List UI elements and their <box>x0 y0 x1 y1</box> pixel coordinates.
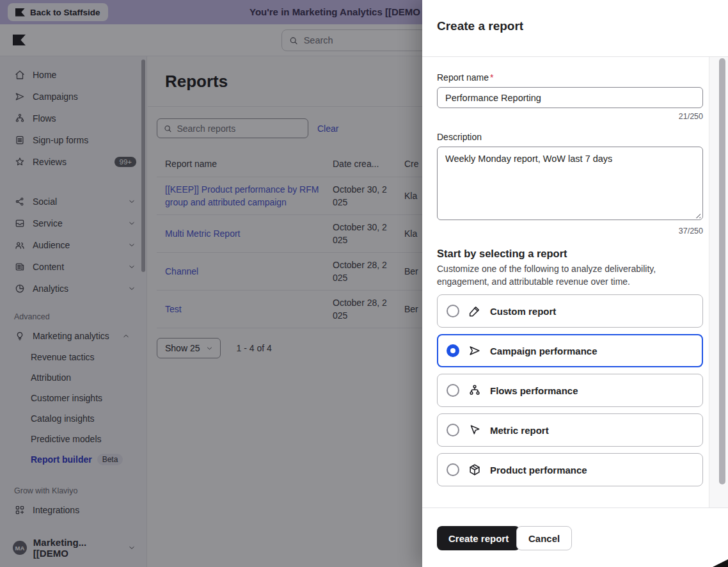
option-label: Flows performance <box>490 385 578 396</box>
box-icon <box>468 463 482 477</box>
radio-button[interactable] <box>447 384 459 397</box>
option-product-performance[interactable]: Product performance <box>437 453 703 486</box>
create-report-drawer: Create a report Report name* 21/250 Desc… <box>422 0 728 567</box>
radio-button-selected[interactable] <box>447 344 459 357</box>
drawer-footer: Create report Cancel <box>422 507 728 567</box>
radio-button[interactable] <box>447 463 459 476</box>
report-name-input[interactable] <box>437 87 703 108</box>
radio-button[interactable] <box>447 305 459 317</box>
cursor-icon <box>468 423 482 437</box>
selector-heading: Start by selecting a report <box>437 248 709 260</box>
create-report-button[interactable]: Create report <box>437 526 520 550</box>
description-label: Description <box>437 132 709 142</box>
option-label: Custom report <box>490 306 556 317</box>
pencil-icon <box>468 304 482 318</box>
drawer-scrollbar-thumb[interactable] <box>719 58 725 484</box>
app-window: Back to Staffside You're in Marketing An… <box>0 0 728 567</box>
radio-button[interactable] <box>447 424 459 436</box>
option-label: Campaign performance <box>490 346 597 356</box>
option-label: Metric report <box>490 425 549 436</box>
option-campaign-performance[interactable]: Campaign performance <box>437 334 703 367</box>
drawer-title: Create a report <box>437 19 523 33</box>
option-label: Product performance <box>490 465 587 475</box>
option-custom-report[interactable]: Custom report <box>437 294 703 328</box>
report-name-label: Report name* <box>437 72 709 83</box>
flow-icon <box>468 383 482 397</box>
selector-subtext: Customize one of the following to analyz… <box>437 262 684 288</box>
description-counter: 37/250 <box>437 227 703 236</box>
report-name-counter: 21/250 <box>437 112 703 121</box>
drawer-scrollbar <box>709 57 728 507</box>
cancel-button[interactable]: Cancel <box>516 526 572 550</box>
required-asterisk: * <box>490 72 493 83</box>
option-metric-report[interactable]: Metric report <box>437 413 703 447</box>
drawer-body: Report name* 21/250 Description Weekly M… <box>422 57 709 507</box>
send-icon <box>468 344 482 358</box>
description-textarea[interactable]: Weekly Monday report, WoW last 7 days <box>437 147 703 220</box>
option-flows-performance[interactable]: Flows performance <box>437 374 703 407</box>
